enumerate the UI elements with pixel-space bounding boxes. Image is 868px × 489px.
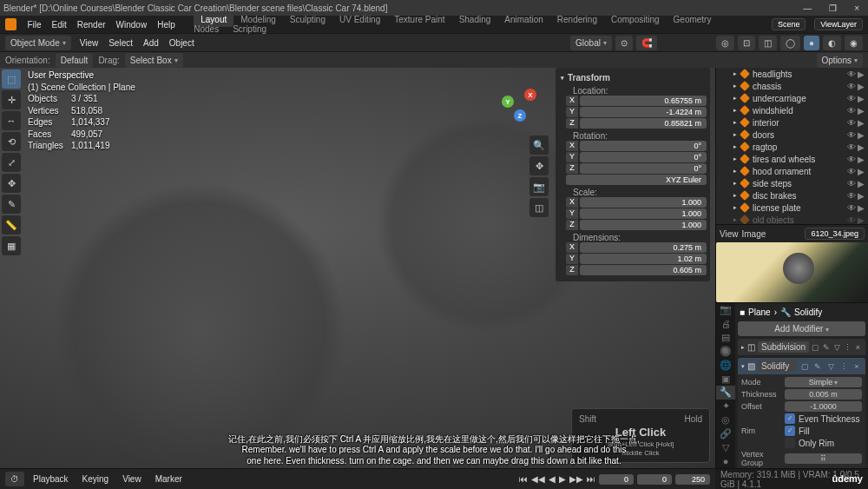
workspace-compositing[interactable]: Compositing bbox=[604, 12, 667, 27]
zoom-icon[interactable]: 🔍 bbox=[529, 135, 549, 155]
outliner-item[interactable]: ▸ragtop👁▶ bbox=[716, 141, 868, 153]
mod-edit-icon[interactable]: ✎ bbox=[822, 342, 830, 353]
outliner-item[interactable]: ▸chassis👁▶ bbox=[716, 80, 868, 92]
menu-file[interactable]: File bbox=[22, 18, 46, 31]
img-image-menu[interactable]: Image bbox=[742, 229, 766, 239]
mod-display-icon[interactable]: ▢ bbox=[812, 342, 819, 353]
workspace-uv-editing[interactable]: UV Editing bbox=[332, 12, 387, 27]
rotation-mode[interactable]: XYZ Euler bbox=[566, 175, 707, 185]
maximize-button[interactable]: ❐ bbox=[824, 3, 842, 13]
tab-physics-icon[interactable]: ◎ bbox=[716, 413, 735, 427]
rot-x[interactable]: 0° bbox=[580, 141, 707, 151]
jump-end-icon[interactable]: ⏭ bbox=[587, 474, 595, 484]
frame-end[interactable]: 250 bbox=[675, 474, 710, 485]
workspace-texture-paint[interactable]: Texture Paint bbox=[387, 12, 451, 27]
outliner-item[interactable]: ▸hood ornament👁▶ bbox=[716, 165, 868, 177]
tab-particles-icon[interactable]: ✦ bbox=[716, 400, 735, 413]
move-tool-icon[interactable]: ↔ bbox=[2, 111, 21, 130]
camera-icon[interactable]: 📷 bbox=[529, 177, 549, 196]
workspace-rendering[interactable]: Rendering bbox=[550, 12, 604, 27]
options-dropdown[interactable]: Options bbox=[817, 53, 863, 68]
mod-menu-icon[interactable]: ⋮ bbox=[844, 342, 852, 353]
workspace-animation[interactable]: Animation bbox=[497, 12, 549, 27]
play-icon[interactable]: ▶ bbox=[559, 474, 566, 484]
timeline-editor-icon[interactable]: ⏱ bbox=[5, 472, 24, 486]
outliner-item[interactable]: ▸license plate👁▶ bbox=[716, 202, 868, 214]
outliner-item[interactable]: ▸windshield👁▶ bbox=[716, 104, 868, 116]
next-key-icon[interactable]: ▶▶ bbox=[569, 474, 583, 484]
menu-window[interactable]: Window bbox=[111, 18, 153, 31]
frame-current[interactable]: 0 bbox=[599, 474, 634, 485]
even-thickness-checkbox[interactable]: ✓ bbox=[785, 413, 795, 424]
add-modifier-button[interactable]: Add Modifier bbox=[738, 321, 865, 336]
workspace-shading[interactable]: Shading bbox=[452, 12, 498, 27]
3dview-menu-add[interactable]: Add bbox=[138, 36, 164, 50]
outliner[interactable]: ▸headlights👁▶▸chassis👁▶▸undercarriage👁▶▸… bbox=[716, 68, 868, 224]
tab-scene-icon[interactable]: 🔘 bbox=[716, 344, 735, 358]
outliner-item[interactable]: ▸disc brakes👁▶ bbox=[716, 189, 868, 202]
viewlayer-selector[interactable]: ViewLayer bbox=[814, 18, 863, 30]
loc-y[interactable]: -1.4224 m bbox=[580, 107, 707, 117]
outliner-item[interactable]: ▸headlights👁▶ bbox=[716, 68, 868, 80]
perspective-icon[interactable]: ◫ bbox=[529, 198, 549, 217]
tab-viewlayer-icon[interactable]: ▤ bbox=[716, 331, 735, 345]
nav-gizmo[interactable]: X Y Z bbox=[498, 85, 542, 129]
dim-x[interactable]: 0.275 m bbox=[580, 242, 707, 253]
menu-render[interactable]: Render bbox=[72, 18, 111, 31]
outliner-item[interactable]: ▸side steps👁▶ bbox=[716, 177, 868, 189]
workspace-scripting[interactable]: Scripting bbox=[226, 22, 273, 36]
mod-close-icon[interactable]: × bbox=[852, 361, 862, 372]
solidify-thickness[interactable]: 0.005 m bbox=[785, 389, 862, 400]
scale-y[interactable]: 1.000 bbox=[580, 208, 707, 219]
snap-icon[interactable]: 🧲 bbox=[636, 36, 657, 50]
pivot-icon[interactable]: ⊙ bbox=[615, 36, 633, 50]
frame-start[interactable]: 0 bbox=[637, 474, 672, 485]
addcube-tool-icon[interactable]: ▦ bbox=[2, 236, 21, 255]
xray-icon[interactable]: ◫ bbox=[759, 36, 777, 50]
outliner-item[interactable]: ▸tires and wheels👁▶ bbox=[716, 153, 868, 165]
outliner-item[interactable]: ▸interior👁▶ bbox=[716, 116, 868, 129]
outliner-item[interactable]: ▸doors👁▶ bbox=[716, 129, 868, 141]
jump-start-icon[interactable]: ⏮ bbox=[519, 474, 528, 484]
minimize-button[interactable]: — bbox=[798, 3, 817, 13]
transform-tool-icon[interactable]: ✥ bbox=[2, 174, 21, 193]
prev-key-icon[interactable]: ◀◀ bbox=[531, 474, 545, 484]
mod-cage-icon[interactable]: ▽ bbox=[833, 342, 841, 353]
tab-modifier-icon[interactable]: 🔧 bbox=[716, 386, 735, 400]
scale-x[interactable]: 1.000 bbox=[580, 197, 707, 208]
loc-z[interactable]: 0.85821 m bbox=[580, 118, 707, 129]
menu-help[interactable]: Help bbox=[152, 18, 181, 31]
shading-rendered-icon[interactable]: ◉ bbox=[845, 36, 863, 50]
overlays-icon[interactable]: ⊡ bbox=[738, 36, 755, 50]
3dview-menu-select[interactable]: Select bbox=[103, 36, 138, 50]
play-reverse-icon[interactable]: ◀ bbox=[549, 474, 556, 484]
rotate-tool-icon[interactable]: ⟲ bbox=[2, 132, 21, 151]
3d-viewport[interactable]: ⬚ ✛ ↔ ⟲ ⤢ ✥ ✎ 📏 ▦ User Perspective (1) S… bbox=[0, 68, 715, 468]
tab-output-icon[interactable]: 🖨 bbox=[716, 317, 735, 331]
show-gizmo-icon[interactable]: ◎ bbox=[716, 36, 734, 50]
scale-z[interactable]: 1.000 bbox=[580, 220, 707, 230]
mod-display-icon[interactable]: ▢ bbox=[799, 361, 810, 372]
solidify-offset[interactable]: -1.0000 bbox=[785, 401, 862, 412]
dim-y[interactable]: 1.02 m bbox=[580, 254, 707, 264]
tab-world-icon[interactable]: 🌐 bbox=[716, 358, 735, 372]
dim-z[interactable]: 0.605 m bbox=[580, 265, 707, 275]
close-button[interactable]: × bbox=[849, 3, 865, 13]
3dview-menu-object[interactable]: Object bbox=[164, 36, 200, 50]
image-name[interactable]: 6120_34.jpeg bbox=[805, 228, 865, 240]
scene-selector[interactable]: Scene bbox=[772, 18, 806, 30]
pan-icon[interactable]: ✥ bbox=[529, 156, 549, 175]
outliner-item[interactable]: ▸old objects👁▶ bbox=[716, 214, 868, 224]
img-view-menu[interactable]: View bbox=[720, 229, 739, 239]
cursor-tool-icon[interactable]: ✛ bbox=[2, 90, 21, 109]
transform-orientation[interactable]: Global bbox=[570, 36, 612, 50]
mod-edit-icon[interactable]: ✎ bbox=[812, 361, 823, 372]
drag-dropdown[interactable]: Select Box bbox=[125, 53, 183, 68]
scale-tool-icon[interactable]: ⤢ bbox=[2, 153, 21, 172]
shading-matpreview-icon[interactable]: ◐ bbox=[823, 36, 841, 50]
mod-close-icon[interactable]: × bbox=[854, 342, 862, 353]
rot-z[interactable]: 0° bbox=[580, 163, 707, 174]
measure-tool-icon[interactable]: 📏 bbox=[2, 215, 21, 235]
image-editor[interactable]: View Image 6120_34.jpeg bbox=[716, 224, 868, 302]
mod-cage-icon[interactable]: ▽ bbox=[825, 361, 836, 372]
